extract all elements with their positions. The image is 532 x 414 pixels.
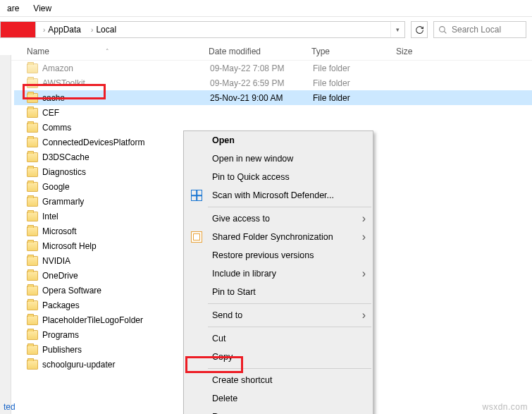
column-headers: Name ˄ Date modified Type Size — [0, 42, 532, 61]
folder-icon — [27, 138, 38, 147]
folder-icon — [27, 152, 38, 162]
folder-icon — [27, 226, 38, 236]
shared-folder-icon — [191, 231, 202, 243]
ctx-pin-start[interactable]: Pin to Start — [184, 283, 373, 301]
breadcrumb-appdata[interactable]: › AppData — [36, 22, 84, 37]
ctx-rename[interactable]: Rename — [184, 408, 373, 414]
col-name[interactable]: Name ˄ — [27, 47, 209, 56]
ctx-open[interactable]: Open — [184, 131, 373, 150]
folder-name: Amazon — [42, 63, 210, 73]
folder-icon — [27, 286, 38, 296]
folder-date: 09-May-22 6:59 PM — [210, 78, 313, 88]
folder-icon — [27, 63, 38, 73]
ctx-label: Shared Folder Synchronization — [212, 232, 333, 242]
address-bar[interactable]: › AppData › Local ▾ — [0, 21, 405, 38]
breadcrumb-label: AppData — [48, 25, 81, 35]
ctx-cut[interactable]: Cut — [184, 329, 373, 348]
ctx-open-new-window[interactable]: Open in new window — [184, 150, 373, 168]
folder-icon — [27, 108, 38, 118]
col-type[interactable]: Type — [311, 47, 396, 56]
separator — [208, 207, 371, 207]
folder-icon — [27, 271, 38, 281]
folder-name: cache — [42, 93, 210, 103]
col-date[interactable]: Date modified — [209, 47, 311, 56]
ctx-send-to[interactable]: Send to — [184, 306, 373, 324]
folder-icon — [27, 256, 38, 266]
ctx-give-access[interactable]: Give access to — [184, 209, 373, 228]
folder-icon — [27, 345, 38, 355]
breadcrumb-root-redacted[interactable] — [1, 22, 36, 37]
folder-icon — [27, 182, 38, 192]
folder-icon — [27, 360, 38, 370]
search-box[interactable]: Search Local — [433, 21, 526, 38]
folder-name: AWSToolkit — [42, 78, 210, 88]
col-size[interactable]: Size — [396, 47, 452, 56]
defender-icon — [191, 190, 202, 201]
ctx-shared-folder-sync[interactable]: Shared Folder Synchronization — [184, 228, 373, 246]
folder-icon — [27, 300, 38, 310]
separator — [208, 327, 371, 327]
ctx-create-shortcut[interactable]: Create shortcut — [184, 371, 373, 389]
status-bar: ted — [4, 402, 16, 412]
folder-type: File folder — [313, 78, 397, 88]
folder-icon — [27, 212, 38, 221]
folder-icon — [27, 78, 38, 88]
folder-type: File folder — [313, 93, 397, 103]
context-menu: Open Open in new window Pin to Quick acc… — [183, 130, 373, 414]
folder-icon — [27, 123, 38, 133]
folder-type: File folder — [313, 63, 397, 73]
folder-row[interactable]: CEF — [14, 105, 532, 120]
folder-icon — [27, 197, 38, 207]
folder-icon — [27, 241, 38, 251]
ctx-include-library[interactable]: Include in library — [184, 264, 373, 283]
svg-point-0 — [440, 26, 445, 32]
separator — [208, 368, 371, 369]
search-placeholder: Search Local — [452, 25, 501, 35]
refresh-button[interactable] — [411, 21, 428, 38]
ctx-copy[interactable]: Copy — [184, 348, 373, 366]
folder-icon — [27, 315, 38, 325]
breadcrumb-label: Local — [96, 25, 116, 35]
ctx-scan-defender[interactable]: Scan with Microsoft Defender... — [184, 186, 373, 205]
folder-row[interactable]: cache25-Nov-21 9:00 AMFile folder — [14, 90, 532, 105]
ctx-restore-versions[interactable]: Restore previous versions — [184, 246, 373, 264]
watermark: wsxdn.com — [482, 402, 528, 412]
folder-icon — [27, 167, 38, 177]
chevron-right-icon: › — [91, 26, 93, 34]
folder-icon — [27, 93, 38, 103]
col-name-label: Name — [27, 47, 49, 56]
refresh-icon — [415, 25, 424, 35]
svg-line-1 — [444, 31, 446, 33]
chevron-right-icon: › — [43, 26, 45, 34]
ctx-label: Scan with Microsoft Defender... — [212, 190, 334, 200]
folder-icon — [27, 330, 38, 340]
ctx-delete[interactable]: Delete — [184, 389, 373, 408]
ribbon-tab-view[interactable]: View — [26, 1, 58, 16]
folder-name: CEF — [42, 108, 210, 118]
folder-date: 09-May-22 7:08 PM — [210, 63, 313, 73]
folder-row[interactable]: Amazon09-May-22 7:08 PMFile folder — [14, 61, 532, 75]
folder-date: 25-Nov-21 9:00 AM — [210, 93, 313, 103]
search-icon — [438, 25, 447, 35]
separator — [208, 303, 371, 304]
sort-asc-icon: ˄ — [106, 48, 109, 55]
ribbon-tabs: are View — [0, 0, 532, 17]
breadcrumb-local[interactable]: › Local — [84, 22, 119, 37]
ctx-pin-quick-access[interactable]: Pin to Quick access — [184, 168, 373, 186]
ribbon-tab-share[interactable]: are — [0, 1, 26, 16]
address-dropdown[interactable]: ▾ — [390, 22, 404, 37]
folder-row[interactable]: AWSToolkit09-May-22 6:59 PMFile folder — [14, 75, 532, 90]
address-row: › AppData › Local ▾ Search Local — [0, 17, 532, 42]
